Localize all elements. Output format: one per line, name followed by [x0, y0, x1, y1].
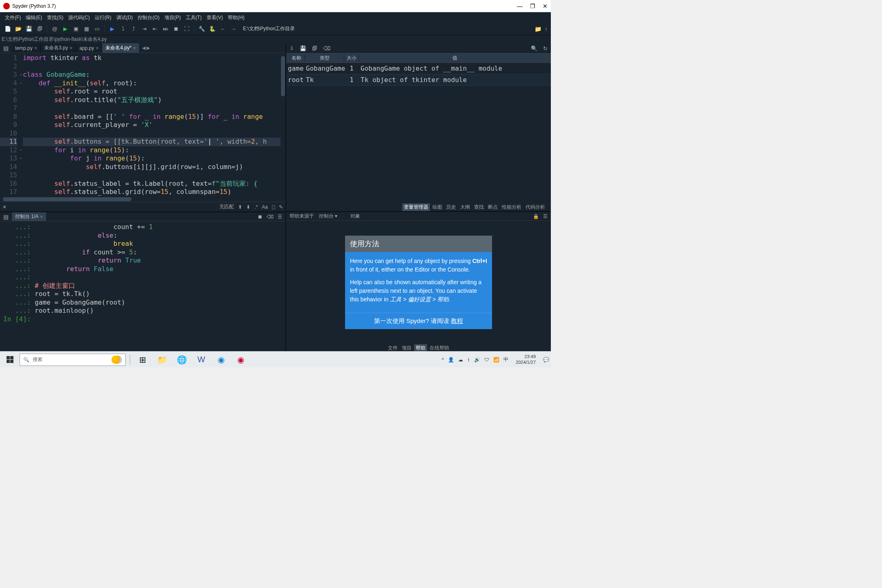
code-editor[interactable]: 123▾4▾56789101112▾13▾14151617 import tki…	[0, 53, 285, 197]
console-menu-button[interactable]: ☰	[278, 214, 282, 220]
help-tab[interactable]: 在线帮助	[428, 344, 451, 352]
variable-table[interactable]: 名称 类型 大小 值 gameGobangGame1GobangGame obj…	[286, 53, 551, 203]
back-button[interactable]: ←	[218, 24, 227, 33]
menu-项目(P)[interactable]: 项目(P)	[163, 13, 183, 22]
start-button[interactable]	[2, 352, 18, 367]
menu-调试(D)[interactable]: 调试(D)	[115, 13, 135, 22]
run-button[interactable]: ▶	[61, 24, 70, 33]
menu-帮助(H)[interactable]: 帮助(H)	[226, 13, 246, 22]
tab-list-button[interactable]: ▤	[0, 45, 12, 51]
browse-dir-button[interactable]: 📁	[535, 26, 541, 32]
new-file-button[interactable]: 📄	[3, 24, 12, 33]
ve-erase-button[interactable]: ⌫	[323, 45, 330, 51]
file-explorer-icon[interactable]: 📁	[154, 352, 170, 367]
save-button[interactable]: 💾	[24, 24, 33, 33]
run-cell-advance-button[interactable]: ▦	[82, 24, 91, 33]
find-word-button[interactable]: ⎕	[272, 204, 275, 210]
menu-工具(T)[interactable]: 工具(T)	[184, 13, 203, 22]
python-path-button[interactable]: 🐍	[208, 24, 217, 33]
help-tab[interactable]: 项目	[400, 344, 413, 352]
pane-tab[interactable]: 变量管理器	[402, 203, 430, 211]
find-close-button[interactable]: ✕	[2, 204, 7, 210]
close-button[interactable]: ✕	[543, 3, 548, 9]
tray-people[interactable]: 👤	[448, 357, 454, 363]
taskbar-search[interactable]: 🔍 搜索	[20, 354, 126, 366]
tray-clock[interactable]: 23:49 2024/1/27	[512, 354, 539, 365]
editor-scrollbar-v[interactable]	[281, 53, 285, 197]
parent-dir-button[interactable]: ↑	[545, 26, 548, 32]
editor-tab[interactable]: temp.py×	[12, 43, 41, 53]
console-tab-close[interactable]: ×	[40, 214, 43, 220]
editor-tab[interactable]: app.py×	[76, 43, 102, 53]
debug-button[interactable]: ▶	[108, 24, 117, 33]
tray-ime[interactable]: 中	[503, 356, 508, 363]
ve-search-button[interactable]: 🔍	[531, 45, 537, 51]
tab-close-icon[interactable]: ×	[133, 45, 136, 51]
editor-tab[interactable]: 未命名4.py*×	[102, 43, 139, 53]
tab-close-icon[interactable]: ×	[34, 45, 37, 51]
run-cell-button[interactable]: ▣	[71, 24, 80, 33]
save-all-button[interactable]: 🗐	[35, 24, 44, 33]
ve-import-button[interactable]: ⇩	[290, 45, 294, 51]
var-header-size[interactable]: 大小	[344, 55, 359, 62]
word-icon[interactable]: W	[193, 352, 209, 367]
find-regex-button[interactable]: .*	[254, 204, 258, 210]
run-selection-button[interactable]: ▭	[93, 24, 102, 33]
var-header-value[interactable]: 值	[359, 55, 551, 62]
tray-security[interactable]: 🛡	[484, 357, 489, 363]
open-file-button[interactable]: 📂	[14, 24, 23, 33]
tray-sound[interactable]: 🔊	[474, 357, 480, 363]
step-over-button[interactable]: ⤴	[129, 24, 138, 33]
tray-bluetooth[interactable]: ᚼ	[467, 357, 470, 363]
maximize-button[interactable]: ❐	[530, 3, 535, 9]
var-header-type[interactable]: 类型	[305, 55, 344, 62]
pane-tab[interactable]: 性能分析	[500, 203, 523, 211]
var-row[interactable]: rootTk1Tk object of tkinter module	[286, 74, 551, 86]
ve-refresh-button[interactable]: ↻	[543, 45, 548, 51]
tab-scroll-buttons[interactable]: ◀ ▶	[140, 45, 152, 51]
help-source-combo[interactable]: 控制台 ▾	[319, 213, 337, 220]
app-icon-1[interactable]: 🌐	[174, 352, 190, 367]
task-view-button[interactable]: ⊞	[134, 352, 151, 367]
tray-notifications[interactable]: 💬	[543, 357, 549, 363]
menu-编辑(E)[interactable]: 编辑(E)	[24, 13, 44, 22]
edge-icon[interactable]: ◉	[213, 352, 229, 367]
menu-查看(V)[interactable]: 查看(V)	[205, 13, 225, 22]
step-button[interactable]: ⤵	[118, 24, 127, 33]
help-tab[interactable]: 帮助	[414, 344, 427, 352]
pane-tab[interactable]: 绘图	[431, 203, 444, 211]
forward-button[interactable]: →	[229, 24, 238, 33]
editor-scrollbar-h[interactable]	[0, 197, 285, 202]
editor-tab[interactable]: 未命名3.py×	[41, 43, 76, 53]
spyder-taskbar-icon[interactable]: ◉	[232, 352, 249, 367]
pane-tab[interactable]: 代码分析	[524, 203, 547, 211]
step-out-button[interactable]: ⇤	[150, 24, 159, 33]
menu-查找(S)[interactable]: 查找(S)	[45, 13, 65, 22]
console-clear-button[interactable]: ⌫	[267, 214, 274, 220]
console-tab-list-button[interactable]: ▤	[0, 214, 12, 220]
settings-button[interactable]: @	[50, 24, 59, 33]
pane-tab[interactable]: 大纲	[459, 203, 472, 211]
find-highlight-button[interactable]: ✎	[279, 204, 283, 210]
var-header-name[interactable]: 名称	[286, 55, 305, 62]
console-tab[interactable]: 控制台 1/A ×	[12, 212, 46, 221]
find-prev-button[interactable]: ⬆	[238, 204, 242, 210]
find-case-button[interactable]: Aa	[262, 204, 268, 210]
console-stop-button[interactable]: ⏹	[258, 214, 263, 220]
menu-源代码(C)[interactable]: 源代码(C)	[67, 13, 91, 22]
tray-network[interactable]: 📶	[493, 357, 499, 363]
minimize-button[interactable]: —	[517, 3, 523, 9]
tab-close-icon[interactable]: ×	[69, 45, 72, 51]
pane-tab[interactable]: 查找	[472, 203, 486, 211]
var-row[interactable]: gameGobangGame1GobangGame object of __ma…	[286, 63, 551, 74]
menu-控制台(O)[interactable]: 控制台(O)	[136, 13, 161, 22]
help-lock-button[interactable]: 🔒	[533, 214, 539, 219]
menu-文件(F)[interactable]: 文件(F)	[3, 13, 22, 22]
tray-expand[interactable]: ^	[441, 357, 444, 363]
ve-save-button[interactable]: 💾	[300, 45, 306, 51]
step-into-button[interactable]: ⇥	[140, 24, 149, 33]
tray-onedrive[interactable]: ☁	[458, 357, 463, 363]
maximize-pane-button[interactable]: ⛶	[182, 24, 191, 33]
pane-tab[interactable]: 历史	[445, 203, 458, 211]
wrench-button[interactable]: 🔧	[197, 24, 206, 33]
